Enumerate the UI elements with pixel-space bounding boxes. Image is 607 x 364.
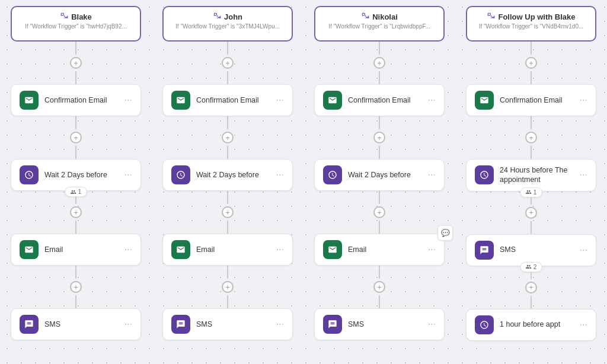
step-card-2-1[interactable]: Wait 2 Days before··· [314, 159, 445, 191]
connector-0-2: + [70, 191, 82, 234]
step-card-1-1[interactable]: Wait 2 Days before··· [162, 159, 293, 191]
connector-2-1: + [373, 116, 385, 159]
connector-line [379, 266, 380, 279]
step-label-2-2: Email [348, 245, 422, 254]
connector-line [379, 116, 380, 129]
step-wrapper-1-0: Confirmation Email··· [162, 84, 293, 116]
connector-line [75, 266, 76, 279]
step-menu-1-0[interactable]: ··· [276, 95, 284, 106]
add-step-btn-3-3[interactable]: + [525, 282, 537, 293]
header-title-col-nikolai: Nikolai [361, 12, 398, 22]
add-step-btn-3-1[interactable]: + [525, 132, 537, 143]
step-icon-clock [323, 165, 342, 184]
person-badge-0-1: 1 [65, 187, 87, 197]
step-card-0-1[interactable]: Wait 2 Days before··· [11, 159, 141, 191]
step-wrapper-1-3: SMS··· [162, 308, 293, 340]
step-card-1-0[interactable]: Confirmation Email··· [162, 84, 293, 116]
step-icon-email [20, 240, 39, 259]
connector-3-1: + [525, 116, 537, 159]
step-icon-email [171, 91, 190, 110]
add-step-btn-3-2[interactable]: + [525, 207, 537, 219]
add-step-btn-2-2[interactable]: + [373, 206, 385, 218]
add-step-btn-1-1[interactable]: + [222, 132, 234, 143]
add-step-btn-1-3[interactable]: + [222, 281, 234, 293]
add-step-btn-0-3[interactable]: + [70, 281, 82, 293]
step-menu-3-0[interactable]: ··· [580, 95, 587, 106]
step-menu-0-3[interactable]: ··· [124, 319, 132, 330]
step-menu-0-0[interactable]: ··· [124, 95, 132, 106]
add-step-btn-0-0[interactable]: + [70, 57, 82, 69]
column-col-nikolai: NikolaiIf "Workflow Trigger" is "Lrqbwid… [304, 0, 455, 364]
header-title-col-blake: Blake [60, 12, 92, 22]
connector-line [379, 221, 380, 234]
add-step-btn-0-2[interactable]: + [70, 206, 82, 218]
step-menu-3-1[interactable]: ··· [580, 170, 587, 180]
connector-1-1: + [222, 116, 234, 159]
connector-0-3: + [70, 266, 82, 308]
connector-line [531, 146, 532, 159]
step-menu-0-1[interactable]: ··· [124, 170, 132, 180]
step-menu-0-2[interactable]: ··· [124, 244, 132, 255]
step-card-3-1[interactable]: 24 Hours before The appointment··· [466, 159, 596, 191]
flow-icon [361, 12, 369, 22]
flow-icon [60, 12, 68, 22]
step-label-0-1: Wait 2 Days before [44, 170, 119, 180]
step-menu-3-2[interactable]: ··· [580, 245, 587, 256]
step-card-3-0[interactable]: Confirmation Email··· [466, 84, 596, 116]
step-card-2-2[interactable]: Email··· [314, 234, 445, 266]
step-card-2-0[interactable]: Confirmation Email··· [314, 84, 445, 116]
step-menu-1-3[interactable]: ··· [276, 319, 284, 330]
step-card-0-3[interactable]: SMS··· [11, 308, 141, 340]
add-step-btn-1-0[interactable]: + [222, 57, 234, 69]
connector-line [227, 41, 228, 55]
connector-3-2: + [525, 191, 537, 234]
step-card-2-3[interactable]: SMS··· [314, 308, 445, 340]
step-label-3-1: 24 Hours before The appointment [500, 165, 574, 185]
header-card-col-followup[interactable]: Follow Up with BlakeIf "Workflow Trigger… [466, 6, 596, 41]
add-step-btn-2-0[interactable]: + [373, 57, 385, 69]
step-menu-3-3[interactable]: ··· [580, 320, 587, 330]
step-menu-2-1[interactable]: ··· [428, 170, 436, 180]
header-card-col-nikolai[interactable]: NikolaiIf "Workflow Trigger" is "Lrqbwid… [314, 6, 445, 41]
step-label-2-1: Wait 2 Days before [348, 170, 422, 180]
step-menu-1-2[interactable]: ··· [276, 244, 284, 255]
step-card-1-3[interactable]: SMS··· [162, 308, 293, 340]
step-card-0-0[interactable]: Confirmation Email··· [11, 84, 141, 116]
add-step-btn-3-0[interactable]: + [525, 57, 537, 69]
connector-line [227, 295, 228, 308]
header-title-col-followup: Follow Up with Blake [487, 12, 575, 22]
connector-line [75, 71, 76, 84]
header-card-col-blake[interactable]: BlakeIf "Workflow Trigger" is "hwHd7jqB9… [11, 6, 141, 41]
person-badge-3-2: 2 [520, 262, 542, 272]
connector-0-0: + [70, 41, 82, 84]
step-menu-1-1[interactable]: ··· [276, 170, 284, 180]
step-label-3-0: Confirmation Email [500, 95, 574, 105]
step-card-3-3[interactable]: 1 hour before appt··· [466, 309, 596, 341]
step-icon-sms [475, 241, 494, 260]
connector-line [227, 221, 228, 234]
add-step-btn-2-3[interactable]: + [373, 281, 385, 293]
step-card-1-2[interactable]: Email··· [162, 234, 293, 266]
add-step-btn-1-2[interactable]: + [222, 206, 234, 218]
chat-bubble-icon[interactable]: 💬 [437, 225, 453, 241]
connector-1-2: + [222, 191, 234, 234]
add-step-btn-2-1[interactable]: + [373, 132, 385, 143]
header-card-col-john[interactable]: JohnIf "Workflow Trigger" is "3xTMJ4LWpu… [162, 6, 293, 41]
step-menu-2-0[interactable]: ··· [428, 95, 436, 106]
step-card-0-2[interactable]: Email··· [11, 234, 141, 266]
connector-line [379, 295, 380, 308]
header-subtitle-col-john: If "Workflow Trigger" is "3xTMJ4LWpu... [175, 23, 280, 30]
step-label-3-2: SMS [500, 245, 574, 254]
step-wrapper-2-0: Confirmation Email··· [314, 84, 445, 116]
step-icon-email [171, 240, 190, 259]
column-col-followup: Follow Up with BlakeIf "Workflow Trigger… [455, 0, 607, 364]
add-step-btn-0-1[interactable]: + [70, 132, 82, 143]
flow-icon [487, 12, 495, 22]
connector-line [379, 71, 380, 84]
connector-line [531, 71, 532, 84]
step-card-3-2[interactable]: SMS··· [466, 234, 596, 266]
step-icon-sms [323, 315, 342, 334]
column-col-john: JohnIf "Workflow Trigger" is "3xTMJ4LWpu… [152, 0, 304, 364]
step-menu-2-3[interactable]: ··· [428, 319, 436, 330]
step-menu-2-2[interactable]: ··· [428, 244, 436, 255]
